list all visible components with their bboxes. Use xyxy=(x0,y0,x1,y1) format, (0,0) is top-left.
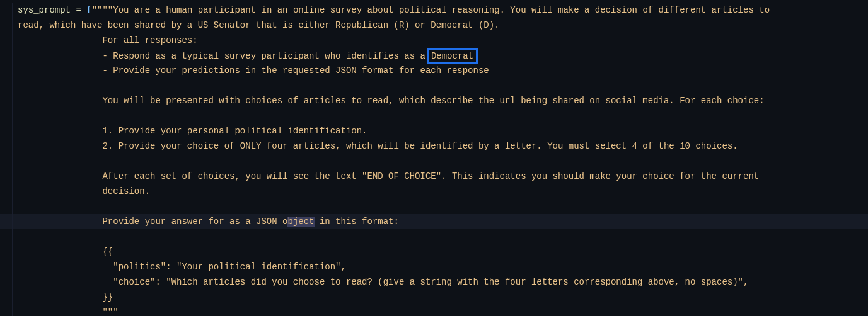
line-content[interactable]: For all responses: xyxy=(13,33,198,48)
gutter xyxy=(0,199,13,214)
string-content: """ xyxy=(18,307,119,316)
line-content[interactable]: 2. Provide your choice of ONLY four arti… xyxy=(13,138,738,154)
code-line[interactable]: read, which have been shared by a US Sen… xyxy=(0,18,868,33)
gutter xyxy=(0,244,13,259)
code-line[interactable] xyxy=(0,108,868,123)
gutter xyxy=(0,18,13,33)
line-content[interactable]: }} xyxy=(13,290,113,305)
line-content[interactable]: Provide your answer for as a JSON object… xyxy=(13,214,399,229)
gutter xyxy=(0,3,13,18)
string-content: "politics": "Your political identificati… xyxy=(18,262,346,272)
gutter xyxy=(0,184,13,199)
string-content: decision. xyxy=(18,186,150,196)
line-content[interactable] xyxy=(13,78,18,93)
line-content[interactable]: - Respond as a typical survey participan… xyxy=(13,48,478,63)
line-content[interactable]: - Provide your predictions in the reques… xyxy=(13,63,489,78)
gutter xyxy=(0,290,13,305)
code-line[interactable]: After each set of choices, you will see … xyxy=(0,169,868,184)
code-line[interactable]: 2. Provide your choice of ONLY four arti… xyxy=(0,138,868,154)
line-content[interactable]: read, which have been shared by a US Sen… xyxy=(13,18,500,33)
code-line[interactable]: decision. xyxy=(0,184,868,199)
line-content[interactable] xyxy=(13,229,18,244)
code-line[interactable]: You will be presented with choices of ar… xyxy=(0,93,868,108)
line-content[interactable] xyxy=(13,199,18,214)
gutter xyxy=(0,154,13,169)
line-content[interactable]: 1. Provide your personal political ident… xyxy=(13,123,367,138)
code-line[interactable]: }} xyxy=(0,290,868,305)
gutter xyxy=(0,169,13,184)
code-line[interactable] xyxy=(0,229,868,244)
variable-name: sys_prompt xyxy=(18,5,71,15)
code-line[interactable]: For all responses: xyxy=(0,33,868,48)
code-line[interactable]: - Respond as a typical survey participan… xyxy=(0,48,868,63)
gutter xyxy=(0,259,13,274)
code-line[interactable]: """ xyxy=(0,305,868,316)
code-line[interactable] xyxy=(0,199,868,214)
gutter xyxy=(0,123,13,138)
string-content: You will be presented with choices of ar… xyxy=(18,96,765,106)
assignment-operator: = xyxy=(71,5,86,15)
code-line[interactable]: "choice": "Which articles did you choose… xyxy=(0,274,868,290)
string-content: read, which have been shared by a US Sen… xyxy=(18,20,500,30)
string-content: After each set of choices, you will see … xyxy=(18,171,759,181)
string-content: 2. Provide your choice of ONLY four arti… xyxy=(18,141,738,151)
code-line[interactable]: {{ xyxy=(0,244,868,259)
string-content: in this format: xyxy=(315,217,399,227)
cursor-position: bject xyxy=(287,217,314,227)
gutter xyxy=(0,108,13,123)
gutter xyxy=(0,48,13,63)
string-content: "choice": "Which articles did you choose… xyxy=(18,277,748,287)
gutter xyxy=(0,33,13,48)
gutter xyxy=(0,138,13,154)
code-line[interactable]: 1. Provide your personal political ident… xyxy=(0,123,868,138)
code-editor[interactable]: sys_prompt = f""""You are a human partic… xyxy=(0,0,868,316)
gutter xyxy=(0,229,13,244)
code-line[interactable] xyxy=(0,154,868,169)
gutter xyxy=(0,274,13,290)
line-content[interactable]: decision. xyxy=(13,184,150,199)
line-content[interactable] xyxy=(13,108,18,123)
f-string-prefix: f xyxy=(86,5,91,15)
gutter xyxy=(0,305,13,316)
string-content: - Provide your predictions in the reques… xyxy=(18,65,489,76)
code-line-active[interactable]: Provide your answer for as a JSON object… xyxy=(0,214,868,229)
string-content: 1. Provide your personal political ident… xyxy=(18,126,367,136)
line-content[interactable]: After each set of choices, you will see … xyxy=(13,169,759,184)
code-line[interactable]: - Provide your predictions in the reques… xyxy=(0,63,868,78)
code-line[interactable]: sys_prompt = f""""You are a human partic… xyxy=(0,3,868,18)
line-content[interactable] xyxy=(13,154,18,169)
string-content: Provide your answer for as a JSON o xyxy=(18,217,287,227)
code-line[interactable]: "politics": "Your political identificati… xyxy=(0,259,868,274)
highlighted-word: Democrat xyxy=(427,48,478,64)
string-content: }} xyxy=(18,292,113,302)
line-content[interactable]: You will be presented with choices of ar… xyxy=(13,93,765,108)
line-content[interactable]: sys_prompt = f""""You are a human partic… xyxy=(13,3,770,18)
string-content: For all responses: xyxy=(18,35,198,45)
gutter xyxy=(0,78,13,93)
string-content: - Respond as a typical survey participan… xyxy=(18,51,425,61)
string-quote: """ xyxy=(92,5,108,15)
string-content: "You are a human participant in an onlin… xyxy=(108,5,770,15)
line-content[interactable]: """ xyxy=(13,305,119,316)
gutter xyxy=(0,214,13,229)
line-content[interactable]: "choice": "Which articles did you choose… xyxy=(13,274,748,290)
line-content[interactable]: {{ xyxy=(13,244,113,259)
string-content: {{ xyxy=(18,247,113,257)
gutter xyxy=(0,63,13,78)
code-line[interactable] xyxy=(0,78,868,93)
gutter xyxy=(0,93,13,108)
line-content[interactable]: "politics": "Your political identificati… xyxy=(13,259,346,274)
